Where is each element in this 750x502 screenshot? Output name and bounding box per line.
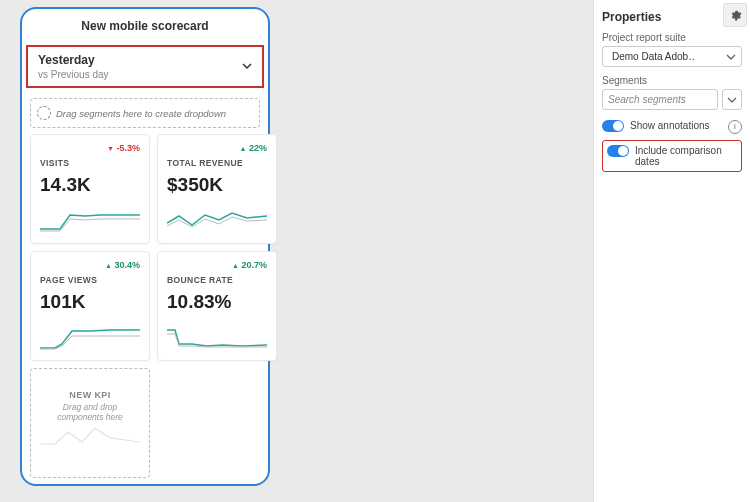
kpi-value: $350K [167,174,267,196]
kpi-label: PAGE VIEWS [40,275,140,285]
mobile-scorecard[interactable]: New mobile scorecard Yesterday vs Previo… [20,7,270,486]
kpi-card-bounce[interactable]: ▲ 20.7% BOUNCE RATE 10.83% [157,251,277,361]
segments-drop-hint: Drag segments here to create dropdown [56,108,226,119]
report-suite-value: Demo Data Adob… [612,51,694,62]
kpi-label: VISITS [40,158,140,168]
show-annotations-toggle[interactable] [602,120,624,132]
segments-search-input[interactable]: Search segments [602,89,718,110]
kpi-grid: ▼ -5.3% VISITS 14.3K ▲ 22% TOTAL REVENUE… [22,134,268,478]
scorecard-title: New mobile scorecard [22,9,268,41]
chevron-down-icon [726,52,736,62]
properties-panel: Properties Project report suite Demo Dat… [593,0,750,502]
include-comparison-label: Include comparison dates [635,145,737,167]
new-kpi-label: NEW KPI [40,390,140,400]
segment-target-icon [37,106,51,120]
new-kpi-hint: Drag and drop components here [40,402,140,422]
sparkline [167,324,267,352]
settings-button[interactable] [723,3,747,27]
date-range-primary: Yesterday [38,53,252,67]
kpi-delta: ▲ 30.4% [40,260,140,270]
kpi-label: TOTAL REVENUE [167,158,267,168]
kpi-value: 10.83% [167,291,267,313]
show-annotations-label: Show annotations [630,120,710,131]
kpi-value: 101K [40,291,140,313]
kpi-card-revenue[interactable]: ▲ 22% TOTAL REVENUE $350K [157,134,277,244]
info-icon[interactable]: i [728,120,742,134]
chevron-down-icon [727,95,737,105]
gear-icon [729,9,742,22]
sparkline [167,207,267,235]
segments-label: Segments [602,75,742,86]
kpi-card-new[interactable]: NEW KPI Drag and drop components here [30,368,150,478]
report-suite-select[interactable]: Demo Data Adob… [602,46,742,67]
date-range-selector[interactable]: Yesterday vs Previous day [26,45,264,88]
segments-dropzone[interactable]: Drag segments here to create dropdown [30,98,260,128]
segments-dropdown-button[interactable] [722,89,742,110]
sparkline [40,324,140,352]
sparkline-placeholder [40,424,140,452]
chevron-down-icon [242,60,252,74]
kpi-delta: ▲ 22% [167,143,267,153]
sparkline [40,207,140,235]
kpi-delta: ▲ 20.7% [167,260,267,270]
canvas-area: New mobile scorecard Yesterday vs Previo… [0,0,593,502]
kpi-delta: ▼ -5.3% [40,143,140,153]
report-suite-label: Project report suite [602,32,742,43]
properties-title: Properties [602,10,742,24]
include-comparison-highlight: Include comparison dates [602,140,742,172]
include-comparison-toggle[interactable] [607,145,629,157]
kpi-card-visits[interactable]: ▼ -5.3% VISITS 14.3K [30,134,150,244]
kpi-card-pageviews[interactable]: ▲ 30.4% PAGE VIEWS 101K [30,251,150,361]
date-range-comparison: vs Previous day [38,69,252,80]
show-annotations-toggle-row: Show annotations i [602,120,742,134]
kpi-value: 14.3K [40,174,140,196]
kpi-label: BOUNCE RATE [167,275,267,285]
